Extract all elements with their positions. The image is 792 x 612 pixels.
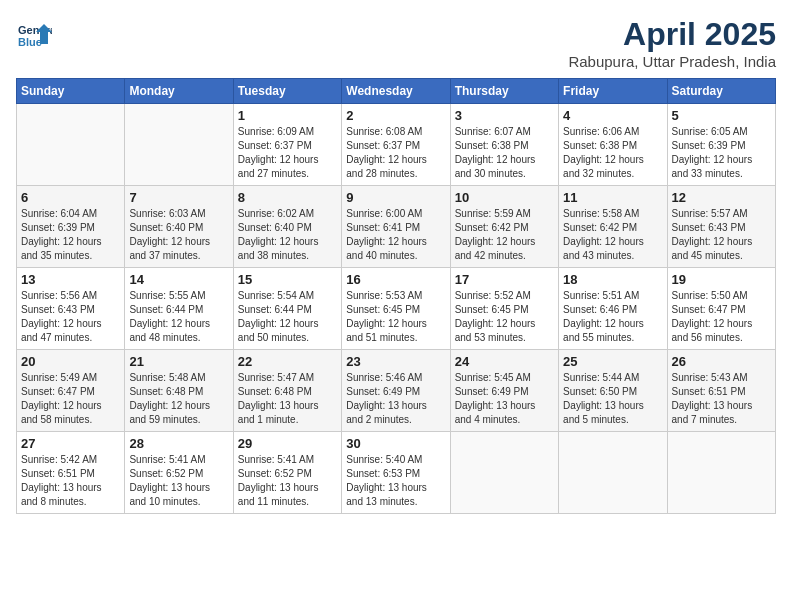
day-detail: Sunrise: 6:00 AM Sunset: 6:41 PM Dayligh… [346,207,445,263]
day-detail: Sunrise: 5:46 AM Sunset: 6:49 PM Dayligh… [346,371,445,427]
day-detail: Sunrise: 5:56 AM Sunset: 6:43 PM Dayligh… [21,289,120,345]
day-detail: Sunrise: 6:03 AM Sunset: 6:40 PM Dayligh… [129,207,228,263]
calendar-cell: 26Sunrise: 5:43 AM Sunset: 6:51 PM Dayli… [667,350,775,432]
calendar-cell: 19Sunrise: 5:50 AM Sunset: 6:47 PM Dayli… [667,268,775,350]
day-detail: Sunrise: 5:50 AM Sunset: 6:47 PM Dayligh… [672,289,771,345]
calendar-week-3: 13Sunrise: 5:56 AM Sunset: 6:43 PM Dayli… [17,268,776,350]
day-number: 7 [129,190,228,205]
calendar-cell: 30Sunrise: 5:40 AM Sunset: 6:53 PM Dayli… [342,432,450,514]
day-detail: Sunrise: 5:43 AM Sunset: 6:51 PM Dayligh… [672,371,771,427]
calendar-cell: 14Sunrise: 5:55 AM Sunset: 6:44 PM Dayli… [125,268,233,350]
calendar-cell [559,432,667,514]
calendar-cell: 4Sunrise: 6:06 AM Sunset: 6:38 PM Daylig… [559,104,667,186]
calendar-cell: 29Sunrise: 5:41 AM Sunset: 6:52 PM Dayli… [233,432,341,514]
day-number: 29 [238,436,337,451]
col-header-sunday: Sunday [17,79,125,104]
calendar-cell: 6Sunrise: 6:04 AM Sunset: 6:39 PM Daylig… [17,186,125,268]
day-number: 30 [346,436,445,451]
day-detail: Sunrise: 5:59 AM Sunset: 6:42 PM Dayligh… [455,207,554,263]
page-header: General Blue April 2025 Rabupura, Uttar … [16,16,776,70]
day-number: 26 [672,354,771,369]
day-detail: Sunrise: 5:40 AM Sunset: 6:53 PM Dayligh… [346,453,445,509]
day-detail: Sunrise: 5:49 AM Sunset: 6:47 PM Dayligh… [21,371,120,427]
day-number: 25 [563,354,662,369]
calendar-cell: 9Sunrise: 6:00 AM Sunset: 6:41 PM Daylig… [342,186,450,268]
calendar-cell: 5Sunrise: 6:05 AM Sunset: 6:39 PM Daylig… [667,104,775,186]
calendar-cell: 28Sunrise: 5:41 AM Sunset: 6:52 PM Dayli… [125,432,233,514]
day-detail: Sunrise: 5:52 AM Sunset: 6:45 PM Dayligh… [455,289,554,345]
calendar-cell: 8Sunrise: 6:02 AM Sunset: 6:40 PM Daylig… [233,186,341,268]
day-number: 15 [238,272,337,287]
day-number: 27 [21,436,120,451]
calendar-cell: 16Sunrise: 5:53 AM Sunset: 6:45 PM Dayli… [342,268,450,350]
day-number: 4 [563,108,662,123]
day-number: 24 [455,354,554,369]
calendar-cell: 15Sunrise: 5:54 AM Sunset: 6:44 PM Dayli… [233,268,341,350]
day-number: 19 [672,272,771,287]
day-detail: Sunrise: 6:08 AM Sunset: 6:37 PM Dayligh… [346,125,445,181]
day-detail: Sunrise: 5:58 AM Sunset: 6:42 PM Dayligh… [563,207,662,263]
calendar-cell [450,432,558,514]
col-header-saturday: Saturday [667,79,775,104]
calendar-week-5: 27Sunrise: 5:42 AM Sunset: 6:51 PM Dayli… [17,432,776,514]
col-header-thursday: Thursday [450,79,558,104]
day-number: 23 [346,354,445,369]
day-number: 14 [129,272,228,287]
calendar-cell: 27Sunrise: 5:42 AM Sunset: 6:51 PM Dayli… [17,432,125,514]
calendar-week-2: 6Sunrise: 6:04 AM Sunset: 6:39 PM Daylig… [17,186,776,268]
day-detail: Sunrise: 5:41 AM Sunset: 6:52 PM Dayligh… [129,453,228,509]
day-number: 22 [238,354,337,369]
day-detail: Sunrise: 5:41 AM Sunset: 6:52 PM Dayligh… [238,453,337,509]
day-detail: Sunrise: 5:48 AM Sunset: 6:48 PM Dayligh… [129,371,228,427]
day-detail: Sunrise: 6:05 AM Sunset: 6:39 PM Dayligh… [672,125,771,181]
day-detail: Sunrise: 6:02 AM Sunset: 6:40 PM Dayligh… [238,207,337,263]
logo: General Blue [16,16,52,52]
calendar-cell: 25Sunrise: 5:44 AM Sunset: 6:50 PM Dayli… [559,350,667,432]
calendar-cell: 23Sunrise: 5:46 AM Sunset: 6:49 PM Dayli… [342,350,450,432]
day-number: 12 [672,190,771,205]
calendar-title: April 2025 [568,16,776,53]
day-detail: Sunrise: 5:47 AM Sunset: 6:48 PM Dayligh… [238,371,337,427]
day-number: 18 [563,272,662,287]
day-detail: Sunrise: 5:57 AM Sunset: 6:43 PM Dayligh… [672,207,771,263]
day-detail: Sunrise: 5:42 AM Sunset: 6:51 PM Dayligh… [21,453,120,509]
calendar-subtitle: Rabupura, Uttar Pradesh, India [568,53,776,70]
calendar-cell: 18Sunrise: 5:51 AM Sunset: 6:46 PM Dayli… [559,268,667,350]
day-number: 2 [346,108,445,123]
calendar-cell [667,432,775,514]
day-detail: Sunrise: 5:45 AM Sunset: 6:49 PM Dayligh… [455,371,554,427]
day-detail: Sunrise: 6:09 AM Sunset: 6:37 PM Dayligh… [238,125,337,181]
calendar-cell: 22Sunrise: 5:47 AM Sunset: 6:48 PM Dayli… [233,350,341,432]
day-number: 1 [238,108,337,123]
day-detail: Sunrise: 6:04 AM Sunset: 6:39 PM Dayligh… [21,207,120,263]
day-number: 6 [21,190,120,205]
calendar-cell [17,104,125,186]
calendar-cell: 13Sunrise: 5:56 AM Sunset: 6:43 PM Dayli… [17,268,125,350]
day-detail: Sunrise: 5:44 AM Sunset: 6:50 PM Dayligh… [563,371,662,427]
calendar-cell [125,104,233,186]
calendar-cell: 10Sunrise: 5:59 AM Sunset: 6:42 PM Dayli… [450,186,558,268]
title-block: April 2025 Rabupura, Uttar Pradesh, Indi… [568,16,776,70]
calendar-cell: 1Sunrise: 6:09 AM Sunset: 6:37 PM Daylig… [233,104,341,186]
day-detail: Sunrise: 5:53 AM Sunset: 6:45 PM Dayligh… [346,289,445,345]
calendar-cell: 2Sunrise: 6:08 AM Sunset: 6:37 PM Daylig… [342,104,450,186]
day-number: 11 [563,190,662,205]
day-number: 13 [21,272,120,287]
day-detail: Sunrise: 6:07 AM Sunset: 6:38 PM Dayligh… [455,125,554,181]
calendar-cell: 12Sunrise: 5:57 AM Sunset: 6:43 PM Dayli… [667,186,775,268]
col-header-friday: Friday [559,79,667,104]
day-number: 28 [129,436,228,451]
calendar-header-row: SundayMondayTuesdayWednesdayThursdayFrid… [17,79,776,104]
calendar-week-1: 1Sunrise: 6:09 AM Sunset: 6:37 PM Daylig… [17,104,776,186]
day-number: 20 [21,354,120,369]
day-number: 8 [238,190,337,205]
day-detail: Sunrise: 6:06 AM Sunset: 6:38 PM Dayligh… [563,125,662,181]
logo-icon: General Blue [16,16,52,52]
day-number: 3 [455,108,554,123]
calendar-week-4: 20Sunrise: 5:49 AM Sunset: 6:47 PM Dayli… [17,350,776,432]
day-detail: Sunrise: 5:55 AM Sunset: 6:44 PM Dayligh… [129,289,228,345]
day-number: 17 [455,272,554,287]
col-header-wednesday: Wednesday [342,79,450,104]
day-number: 9 [346,190,445,205]
calendar-cell: 21Sunrise: 5:48 AM Sunset: 6:48 PM Dayli… [125,350,233,432]
